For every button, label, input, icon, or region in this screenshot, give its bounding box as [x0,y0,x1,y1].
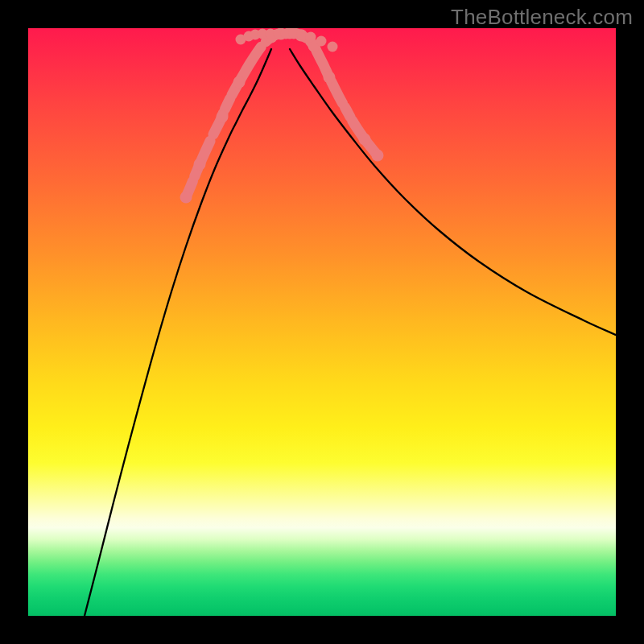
chart-frame: TheBottleneck.com [0,0,644,644]
curve-overlay [28,28,616,616]
marker-dot [180,192,192,204]
marker-dot [372,150,384,162]
plot-area [28,28,616,616]
floor-marker [306,32,316,43]
marker-dot [217,111,229,123]
watermark-text: TheBottleneck.com [451,5,633,30]
floor-marker [328,42,338,52]
marker-dot [324,72,336,84]
floor-marker [316,36,327,47]
marker-dot [194,159,206,171]
marker-dot [233,76,246,89]
floor-marker [297,30,308,40]
left-curve [85,49,271,616]
marker-dot [359,134,371,146]
